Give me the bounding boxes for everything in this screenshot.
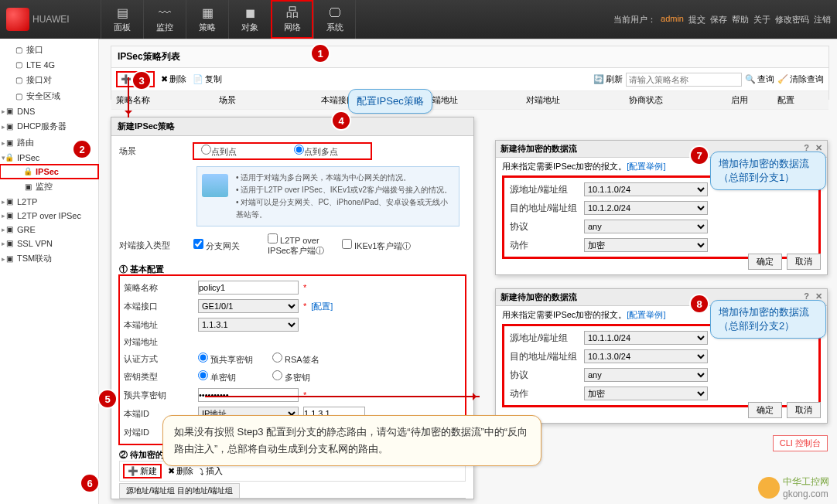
top-links: 当前用户： admin 提交 保存 帮助 关于 修改密码 注销 <box>613 14 831 26</box>
side-seczone[interactable]: ▢安全区域 <box>0 88 98 104</box>
policy-icon: ▦ <box>200 6 215 20</box>
opt-l2tp[interactable]: L2TP over IPSec客户端ⓘ <box>268 233 337 257</box>
link-help[interactable]: 帮助 <box>732 14 749 26</box>
d1-dst[interactable]: 10.1.2.0/24 <box>584 201 708 215</box>
scene-p2p[interactable]: 点到点 <box>201 145 271 158</box>
d1-action[interactable]: 加密 <box>584 238 708 252</box>
badge-4: 4 <box>333 112 350 129</box>
auth-rsa[interactable]: RSA签名 <box>272 352 342 366</box>
side-gre[interactable]: ▸▣GRE <box>0 223 98 237</box>
nav-network[interactable]: 品网络 <box>271 0 313 39</box>
col-localaddr: 本端地址 <box>424 94 527 106</box>
topology-icon <box>202 174 228 197</box>
badge-1: 1 <box>312 45 329 62</box>
current-user[interactable]: admin <box>661 14 684 26</box>
nav-object[interactable]: ◼对象 <box>228 0 271 39</box>
arrow-5-to-flow <box>205 396 480 397</box>
flow-tab[interactable]: 源地址/端址组 目的地址/端址组 <box>119 483 240 498</box>
side-dhcp[interactable]: ▸▣DHCP服务器 <box>0 118 98 135</box>
ipsec-list-panel: IPSec策略列表 ➕新建 ✖删除 📄复制 🔄刷新 🔍查询 🧹清除查询 策略名称… <box>111 46 829 100</box>
d2-proto[interactable]: any <box>584 368 708 382</box>
d2-ok[interactable]: 确定 <box>748 402 782 418</box>
side-dns[interactable]: ▸▣DNS <box>0 104 98 118</box>
flow-add[interactable]: ➕新建 <box>123 464 162 478</box>
btn-copy[interactable]: 📄复制 <box>193 73 222 85</box>
nav-dashboard[interactable]: ▤面板 <box>101 0 143 39</box>
link-logout[interactable]: 注销 <box>814 14 831 26</box>
badge-7: 7 <box>691 147 708 164</box>
side-l2tp[interactable]: ▸▣L2TP <box>0 195 98 209</box>
access-type-label: 对端接入类型 <box>119 240 189 251</box>
scene-label: 场景 <box>119 145 189 157</box>
logo-icon <box>6 8 29 31</box>
d1-ok[interactable]: 确定 <box>748 254 782 270</box>
side-lte4g[interactable]: ▢LTE 4G <box>0 58 98 72</box>
config-link[interactable]: [配置] <box>311 301 333 312</box>
btn-query[interactable]: 🔍查询 <box>745 73 774 85</box>
col-enable: 启用 <box>731 94 777 106</box>
cli-console-button[interactable]: CLI 控制台 <box>773 435 828 451</box>
section-basic: ① 基本配置 <box>119 259 466 275</box>
d1-proto[interactable]: any <box>584 220 708 233</box>
key-single[interactable]: 单密钥 <box>198 370 268 383</box>
btn-del[interactable]: ✖删除 <box>161 73 186 85</box>
auth-psk[interactable]: 预共享密钥 <box>198 352 268 366</box>
logo: HUAWEI <box>0 0 101 39</box>
current-user-label: 当前用户： <box>613 14 656 26</box>
policy-name-input[interactable] <box>198 281 299 295</box>
callout-flow-2: 增加待加密的数据流（总部到分支2） <box>710 300 826 339</box>
local-addr-select[interactable]: 1.1.3.1 <box>198 318 299 332</box>
side-sslvpn[interactable]: ▸▣SSL VPN <box>0 237 98 250</box>
example-link[interactable]: [配置举例] <box>627 310 665 319</box>
d2-cancel[interactable]: 取消 <box>787 402 821 418</box>
side-l2tp-ipsec[interactable]: ▸▣L2TP over IPSec <box>0 209 98 223</box>
link-changepw[interactable]: 修改密码 <box>775 14 809 26</box>
badge-2: 2 <box>73 141 91 158</box>
col-scene: 场景 <box>219 94 322 106</box>
d2-action[interactable]: 加密 <box>584 387 708 400</box>
callout-speech: 如果没有按照 Step3 配置到分支的静态路由，请勾选“待加密的数据流”中的“反… <box>162 415 541 466</box>
network-icon: 品 <box>285 6 300 20</box>
side-ifpair[interactable]: ▢接口对 <box>0 72 98 88</box>
opt-ikev1[interactable]: IKEv1客户端ⓘ <box>342 239 412 252</box>
key-multi[interactable]: 多密钥 <box>272 370 342 383</box>
nav-system[interactable]: 🖵系统 <box>313 0 356 39</box>
flow-del[interactable]: ✖删除 <box>168 465 193 477</box>
side-tsm[interactable]: ▸▣TSM联动 <box>0 250 98 267</box>
opt-branch[interactable]: 分支网关 <box>193 239 263 252</box>
link-about[interactable]: 关于 <box>753 14 770 26</box>
side-ipsec[interactable]: 🔒IPSec <box>0 165 98 179</box>
arrow-3-to-dialog <box>128 77 129 117</box>
scene-info: • 适用于对端为多台网关，本端为中心网关的情况。 • 适用于L2TP over … <box>196 166 459 226</box>
example-link[interactable]: [配置举例] <box>627 162 665 171</box>
brand-text: HUAWEI <box>32 14 70 25</box>
nav-monitor[interactable]: 〰监控 <box>143 0 186 39</box>
callout-flow-1: 增加待加密的数据流（总部到分支1） <box>710 152 826 190</box>
system-icon: 🖵 <box>327 6 343 20</box>
list-header: 策略名称 场景 本端接口 本端地址 对端地址 协商状态 启用 配置 <box>111 91 828 110</box>
link-save[interactable]: 保存 <box>710 14 727 26</box>
col-negostate: 协商状态 <box>629 94 732 106</box>
flow-ins[interactable]: ⤵插入 <box>200 465 223 477</box>
link-commit[interactable]: 提交 <box>688 14 705 26</box>
dashboard-icon: ▤ <box>114 6 130 20</box>
nav-policy[interactable]: ▦策略 <box>186 0 228 39</box>
badge-8: 8 <box>691 295 708 312</box>
side-ipsec-monitor[interactable]: ▣监控 <box>0 179 98 195</box>
d2-dst[interactable]: 10.1.3.0/24 <box>584 349 708 363</box>
local-if-select[interactable]: GE1/0/1 <box>198 299 299 313</box>
d1-src[interactable]: 10.1.1.0/24 <box>584 182 708 196</box>
side-interface[interactable]: ▢接口 <box>0 42 98 58</box>
gear-icon <box>758 477 780 499</box>
search-input[interactable] <box>626 73 742 87</box>
d1-cancel[interactable]: 取消 <box>787 254 821 270</box>
badge-5: 5 <box>99 390 116 407</box>
psk-input[interactable] <box>198 388 299 402</box>
btn-refresh[interactable]: 🔄刷新 <box>593 73 623 85</box>
scene-p2mp[interactable]: 点到多点 <box>294 145 364 158</box>
list-title: IPSec策略列表 <box>111 46 828 68</box>
monitor-icon: 〰 <box>157 6 173 20</box>
badge-3: 3 <box>133 72 150 89</box>
btn-clear[interactable]: 🧹清除查询 <box>777 73 824 85</box>
d2-src[interactable]: 10.1.1.0/24 <box>584 331 708 345</box>
